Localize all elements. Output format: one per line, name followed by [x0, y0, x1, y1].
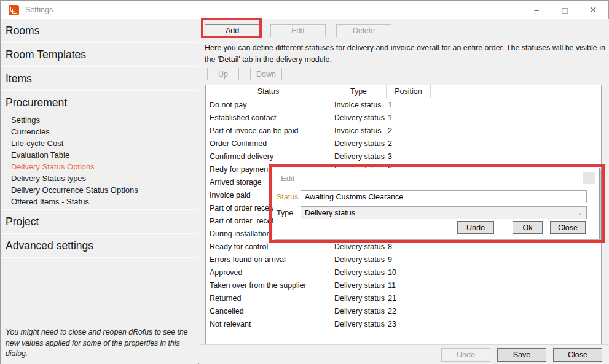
position-cell: 9: [387, 255, 431, 264]
close-button[interactable]: Close: [553, 348, 602, 362]
type-cell: Delivery status: [331, 152, 387, 161]
status-cell: Order Confirmed: [206, 139, 331, 148]
add-button[interactable]: Add: [205, 24, 260, 37]
sidebar-item-delivery-status-options[interactable]: Delivery Status Options: [1, 161, 198, 172]
table-row[interactable]: CancelledDelivery status22: [206, 304, 601, 317]
settings-sidebar: Rooms Room Templates Items Procurement S…: [1, 19, 198, 364]
title-bar: Settings – □ ✕: [1, 1, 608, 19]
panel-description: Here you can define different statuses f…: [205, 42, 605, 66]
position-cell: 2: [387, 139, 431, 148]
edit-dialog-title: Edit: [281, 174, 294, 183]
status-cell: Taken over from the supplier: [206, 281, 331, 290]
position-cell: 8: [387, 242, 431, 251]
position-cell: 21: [387, 294, 431, 303]
position-cell: 10: [387, 268, 431, 277]
delete-button[interactable]: Delete: [336, 24, 391, 37]
status-cell: Errors found on arrival: [206, 255, 331, 264]
type-dropdown-value: Delivery status: [305, 209, 355, 217]
restart-notice: You might need to close and reopen dRofu…: [6, 327, 195, 359]
type-cell: Delivery status: [331, 294, 387, 303]
reorder-buttons: Up Down: [207, 68, 282, 80]
table-row[interactable]: Do not payInvoice status1: [206, 98, 601, 111]
status-cell: Ready for control: [206, 242, 331, 251]
sidebar-item-project[interactable]: Project: [1, 210, 198, 233]
position-cell: 3: [387, 152, 431, 161]
maximize-icon[interactable]: □: [551, 1, 579, 19]
status-cell: Cancelled: [206, 307, 331, 316]
type-dropdown[interactable]: Delivery status ⌄: [301, 206, 587, 219]
sidebar-item-procurement-settings[interactable]: Settings: [1, 114, 198, 126]
window-controls: – □ ✕: [522, 1, 608, 19]
sidebar-item-advanced-settings[interactable]: Advanced settings: [1, 234, 198, 257]
status-cell: Returned: [206, 294, 331, 303]
type-cell: Invoice status: [331, 101, 387, 109]
table-row[interactable]: Part of invoce can be paidInvoice status…: [206, 124, 601, 137]
sidebar-item-offered-items-status[interactable]: Offered Items - Status: [1, 196, 198, 207]
table-row[interactable]: Order ConfirmedDelivery status2: [206, 137, 601, 150]
sidebar-item-evaluation-table[interactable]: Evaluation Table: [1, 149, 198, 161]
sidebar-item-procurement[interactable]: Procurement: [1, 91, 198, 114]
dialog-close-icon[interactable]: [583, 172, 595, 184]
chevron-down-icon: ⌄: [578, 209, 583, 216]
position-cell: 1: [387, 114, 431, 122]
edit-button[interactable]: Edit: [270, 24, 326, 37]
status-cell: Not relevant: [206, 320, 331, 328]
procurement-subitems: Settings Currencies Life-cycle Cost Eval…: [1, 114, 198, 209]
sidebar-item-rooms[interactable]: Rooms: [1, 19, 198, 42]
type-cell: Delivery status: [331, 242, 387, 251]
footer-bar: Undo Save Close: [199, 344, 609, 364]
status-cell: Established contact: [206, 114, 331, 122]
position-cell: 11: [387, 281, 431, 290]
sidebar-divider: [1, 257, 198, 258]
table-row[interactable]: Established contactDelivery status1: [206, 111, 601, 124]
type-cell: Invoice status: [331, 126, 387, 135]
type-field-label: Type: [277, 209, 301, 217]
table-row[interactable]: Ready for controlDelivery status8: [206, 240, 601, 253]
window-title: Settings: [25, 6, 53, 14]
status-cell: Part of invoce can be paid: [206, 126, 331, 135]
column-header-type[interactable]: Type: [331, 85, 387, 98]
settings-window: Settings – □ ✕ Rooms Room Templates Item…: [0, 0, 609, 364]
type-field-row: Type Delivery status ⌄: [277, 206, 587, 219]
drofus-app-icon: [9, 5, 19, 15]
position-cell: 23: [387, 320, 431, 328]
table-row[interactable]: Taken over from the supplierDelivery sta…: [206, 279, 601, 292]
toolbar: Add Edit Delete: [205, 24, 391, 37]
sidebar-item-currencies[interactable]: Currencies: [1, 126, 198, 137]
undo-button[interactable]: Undo: [441, 348, 490, 362]
column-header-status[interactable]: Status: [206, 85, 331, 98]
status-cell: Confirmed delivery: [206, 152, 331, 161]
type-cell: Delivery status: [331, 139, 387, 148]
dialog-undo-button[interactable]: Undo: [457, 221, 494, 234]
column-header-position[interactable]: Position: [387, 85, 431, 98]
type-cell: Delivery status: [331, 268, 387, 277]
column-header-empty: [431, 85, 601, 98]
table-row[interactable]: Errors found on arrivalDelivery status9: [206, 253, 601, 266]
status-cell: Approved: [206, 268, 331, 277]
table-row[interactable]: ApprovedDelivery status10: [206, 266, 601, 279]
sidebar-item-items[interactable]: Items: [1, 67, 198, 90]
down-button[interactable]: Down: [250, 68, 282, 80]
save-button[interactable]: Save: [497, 348, 546, 362]
dialog-close-button[interactable]: Close: [550, 221, 586, 234]
close-icon[interactable]: ✕: [579, 1, 607, 19]
sidebar-item-delivery-occurrence-status-options[interactable]: Delivery Occurrence Status Options: [1, 184, 198, 196]
dialog-ok-button[interactable]: Ok: [513, 221, 543, 234]
status-input[interactable]: Awaiting Customs Clearance: [301, 190, 587, 203]
table-row[interactable]: Confirmed deliveryDelivery status3: [206, 150, 601, 163]
sidebar-item-room-templates[interactable]: Room Templates: [1, 43, 198, 66]
sidebar-item-life-cycle-cost[interactable]: Life-cycle Cost: [1, 137, 198, 149]
sidebar-item-delivery-status-types[interactable]: Delivery Status types: [1, 172, 198, 184]
position-cell: 22: [387, 307, 431, 316]
up-button[interactable]: Up: [207, 68, 239, 80]
position-cell: 2: [387, 126, 431, 135]
table-row[interactable]: Not relevantDelivery status23: [206, 317, 601, 330]
type-cell: Delivery status: [331, 255, 387, 264]
edit-dialog: Edit Status Awaiting Customs Clearance T…: [273, 168, 600, 239]
dialog-buttons: Undo Ok Close: [457, 221, 586, 234]
type-cell: Delivery status: [331, 281, 387, 290]
table-row[interactable]: ReturnedDelivery status21: [206, 292, 601, 304]
type-cell: Delivery status: [331, 320, 387, 328]
type-cell: Delivery status: [331, 307, 387, 316]
minimize-icon[interactable]: –: [522, 1, 551, 19]
